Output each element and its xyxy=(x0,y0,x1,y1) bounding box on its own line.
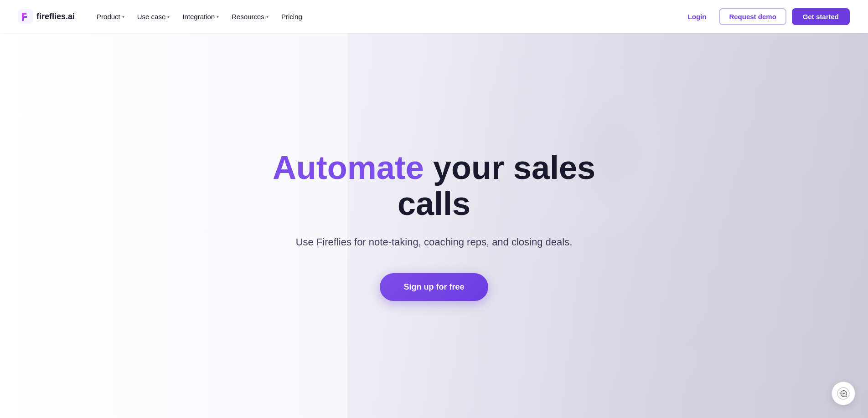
logo-text: fireflies.ai xyxy=(36,12,75,21)
nav-link-integration[interactable]: Integration ▾ xyxy=(177,9,224,24)
hero-section: Automate your sales calls Use Fireflies … xyxy=(0,33,868,418)
chevron-down-icon: ▾ xyxy=(217,14,219,19)
logo-icon xyxy=(18,9,33,24)
svg-point-3 xyxy=(843,393,844,394)
nav-link-resources[interactable]: Resources ▾ xyxy=(226,9,274,24)
hero-content: Automate your sales calls Use Fireflies … xyxy=(229,132,639,319)
nav-item-integration: Integration ▾ xyxy=(177,9,224,24)
hero-title-rest: your sales calls xyxy=(398,149,595,222)
hero-title: Automate your sales calls xyxy=(238,150,630,222)
chat-widget-button[interactable] xyxy=(832,382,855,405)
nav-link-use-case[interactable]: Use case ▾ xyxy=(132,9,176,24)
chevron-down-icon: ▾ xyxy=(167,14,170,19)
signup-button[interactable]: Sign up for free xyxy=(380,273,488,301)
chat-icon xyxy=(837,387,850,400)
get-started-button[interactable]: Get started xyxy=(792,8,850,25)
nav-right: Login Request demo Get started xyxy=(681,8,850,25)
chevron-down-icon: ▾ xyxy=(122,14,124,19)
hero-title-highlight: Automate xyxy=(273,149,424,186)
login-button[interactable]: Login xyxy=(681,9,714,24)
hero-subtitle: Use Fireflies for note-taking, coaching … xyxy=(238,234,630,250)
nav-item-product: Product ▾ xyxy=(91,9,130,24)
chevron-down-icon: ▾ xyxy=(266,14,269,19)
nav-item-use-case: Use case ▾ xyxy=(132,9,176,24)
nav-link-pricing[interactable]: Pricing xyxy=(276,9,308,24)
logo-link[interactable]: fireflies.ai xyxy=(18,9,75,24)
nav-item-pricing: Pricing xyxy=(276,9,308,24)
nav-link-product[interactable]: Product ▾ xyxy=(91,9,130,24)
nav-menu: Product ▾ Use case ▾ Integration ▾ Resou… xyxy=(91,9,308,24)
svg-point-2 xyxy=(842,393,842,394)
svg-point-4 xyxy=(844,393,845,394)
request-demo-button[interactable]: Request demo xyxy=(719,8,786,25)
nav-item-resources: Resources ▾ xyxy=(226,9,274,24)
navbar: fireflies.ai Product ▾ Use case ▾ Integr… xyxy=(0,0,868,33)
nav-left: fireflies.ai Product ▾ Use case ▾ Integr… xyxy=(18,9,308,24)
